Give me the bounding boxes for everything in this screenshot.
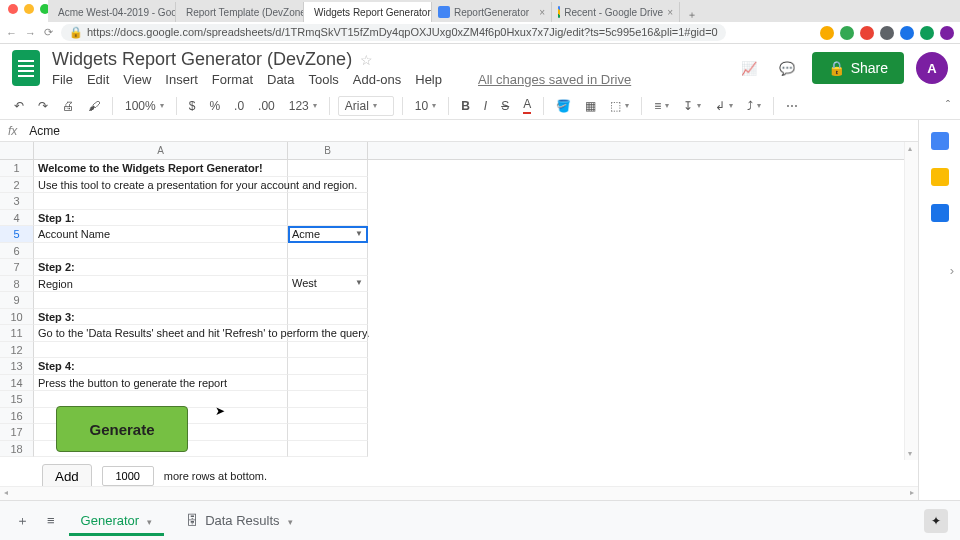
row-number[interactable]: 7 bbox=[0, 259, 34, 276]
paint-format-icon[interactable]: 🖌 bbox=[84, 97, 104, 115]
close-window-icon[interactable] bbox=[8, 4, 18, 14]
cell[interactable] bbox=[288, 424, 368, 441]
document-title[interactable]: Widgets Report Generator (DevZone)☆ bbox=[52, 49, 631, 70]
ext-icon[interactable] bbox=[860, 26, 874, 40]
v-align-icon[interactable]: ↧ bbox=[679, 97, 705, 115]
cell[interactable] bbox=[34, 243, 288, 260]
cell[interactable] bbox=[288, 325, 368, 342]
table-row[interactable]: 11Go to the 'Data Results' sheet and hit… bbox=[0, 325, 918, 342]
row-number[interactable]: 10 bbox=[0, 309, 34, 326]
menu-format[interactable]: Format bbox=[212, 72, 253, 87]
row-number[interactable]: 5 bbox=[0, 226, 34, 243]
row-number[interactable]: 9 bbox=[0, 292, 34, 309]
decrease-decimal-icon[interactable]: .0 bbox=[230, 97, 248, 115]
tasks-icon[interactable] bbox=[931, 204, 949, 222]
font-selector[interactable]: Arial bbox=[338, 96, 394, 116]
row-number[interactable]: 18 bbox=[0, 441, 34, 458]
save-status[interactable]: All changes saved in Drive bbox=[478, 72, 631, 87]
menu-help[interactable]: Help bbox=[415, 72, 442, 87]
table-row[interactable]: 2Use this tool to create a presentation … bbox=[0, 177, 918, 194]
cell[interactable] bbox=[34, 342, 288, 359]
menu-edit[interactable]: Edit bbox=[87, 72, 109, 87]
sheet-tab-generator[interactable]: Generator bbox=[69, 505, 165, 536]
ext-icon[interactable] bbox=[840, 26, 854, 40]
menu-insert[interactable]: Insert bbox=[165, 72, 198, 87]
menu-data[interactable]: Data bbox=[267, 72, 294, 87]
minimize-window-icon[interactable] bbox=[24, 4, 34, 14]
percent-icon[interactable]: % bbox=[205, 97, 224, 115]
ext-icon[interactable] bbox=[900, 26, 914, 40]
formula-value[interactable]: Acme bbox=[29, 124, 60, 138]
table-row[interactable]: 1Welcome to the Widgets Report Generator… bbox=[0, 160, 918, 177]
cell[interactable] bbox=[288, 342, 368, 359]
browser-tab[interactable]: Acme West-04-2019 - Googl…× bbox=[48, 2, 176, 22]
cell[interactable]: Welcome to the Widgets Report Generator! bbox=[34, 160, 288, 177]
browser-tab[interactable]: Recent - Google Drive× bbox=[552, 2, 680, 22]
table-row[interactable]: 10Step 3: bbox=[0, 309, 918, 326]
close-icon[interactable]: × bbox=[667, 7, 673, 18]
keep-icon[interactable] bbox=[931, 168, 949, 186]
font-size-selector[interactable]: 10 bbox=[411, 97, 440, 115]
menu-file[interactable]: File bbox=[52, 72, 73, 87]
row-number[interactable]: 12 bbox=[0, 342, 34, 359]
currency-icon[interactable]: $ bbox=[185, 97, 200, 115]
cell[interactable] bbox=[288, 177, 368, 194]
row-number[interactable]: 1 bbox=[0, 160, 34, 177]
cell[interactable] bbox=[288, 160, 368, 177]
cell[interactable] bbox=[288, 441, 368, 458]
chevron-down-icon[interactable]: ▼ bbox=[355, 275, 363, 291]
chevron-down-icon[interactable] bbox=[145, 513, 152, 528]
zoom-selector[interactable]: 100% bbox=[121, 97, 168, 115]
cell[interactable] bbox=[288, 375, 368, 392]
table-row[interactable]: 6 bbox=[0, 243, 918, 260]
cell[interactable]: Go to the 'Data Results' sheet and hit '… bbox=[34, 325, 288, 342]
browser-tab[interactable]: ReportGenerator× bbox=[432, 2, 552, 22]
cell[interactable]: Step 4: bbox=[34, 358, 288, 375]
cell[interactable] bbox=[288, 391, 368, 408]
chevron-down-icon[interactable] bbox=[286, 513, 293, 528]
select-all-corner[interactable] bbox=[0, 142, 34, 159]
cell[interactable] bbox=[288, 358, 368, 375]
horizontal-scrollbar[interactable] bbox=[0, 486, 918, 500]
trend-icon[interactable]: 📈 bbox=[736, 55, 762, 81]
collapse-sidepanel-icon[interactable]: › bbox=[950, 263, 954, 278]
generate-button[interactable]: Generate bbox=[56, 406, 188, 452]
cell[interactable] bbox=[34, 193, 288, 210]
star-icon[interactable]: ☆ bbox=[360, 52, 373, 68]
row-number[interactable]: 15 bbox=[0, 391, 34, 408]
italic-icon[interactable]: I bbox=[480, 97, 491, 115]
formula-bar[interactable]: fx Acme bbox=[0, 120, 918, 142]
browser-tab[interactable]: Report Template (DevZone) …× bbox=[176, 2, 304, 22]
ext-icon[interactable] bbox=[920, 26, 934, 40]
cell[interactable] bbox=[288, 292, 368, 309]
dropdown-cell[interactable]: Acme▼ bbox=[288, 226, 368, 243]
add-rows-count-input[interactable] bbox=[102, 466, 154, 486]
menu-tools[interactable]: Tools bbox=[308, 72, 338, 87]
menu-view[interactable]: View bbox=[123, 72, 151, 87]
browser-tab[interactable]: Widgets Report Generator (D…× bbox=[304, 2, 432, 22]
table-row[interactable]: 13Step 4: bbox=[0, 358, 918, 375]
row-number[interactable]: 17 bbox=[0, 424, 34, 441]
row-number[interactable]: 4 bbox=[0, 210, 34, 227]
new-tab-button[interactable]: ＋ bbox=[680, 8, 704, 22]
bold-icon[interactable]: B bbox=[457, 97, 474, 115]
chevron-down-icon[interactable]: ▼ bbox=[355, 226, 363, 242]
text-color-icon[interactable]: A bbox=[519, 95, 535, 116]
profile-icon[interactable] bbox=[940, 26, 954, 40]
fill-color-icon[interactable]: 🪣 bbox=[552, 97, 575, 115]
vertical-scrollbar[interactable] bbox=[904, 142, 918, 460]
row-number[interactable]: 3 bbox=[0, 193, 34, 210]
more-toolbar-icon[interactable]: ⋯ bbox=[782, 97, 802, 115]
merge-cells-icon[interactable]: ⬚ bbox=[606, 97, 633, 115]
sheets-logo-icon[interactable] bbox=[12, 50, 40, 86]
table-row[interactable]: 9 bbox=[0, 292, 918, 309]
ext-icon[interactable] bbox=[880, 26, 894, 40]
cell[interactable]: Press the button to generate the report bbox=[34, 375, 288, 392]
table-row[interactable]: 5Account NameAcme▼ bbox=[0, 226, 918, 243]
increase-decimal-icon[interactable]: .00 bbox=[254, 97, 279, 115]
collapse-toolbar-icon[interactable]: ˆ bbox=[946, 99, 950, 113]
dropdown-cell[interactable]: West▼ bbox=[288, 276, 368, 293]
cell[interactable] bbox=[34, 292, 288, 309]
column-header-b[interactable]: B bbox=[288, 142, 368, 159]
redo-icon[interactable]: ↷ bbox=[34, 97, 52, 115]
